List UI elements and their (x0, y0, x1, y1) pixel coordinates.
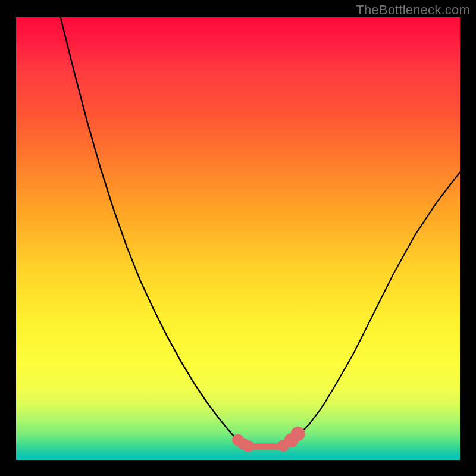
right-curve-path (283, 172, 460, 446)
watermark-text: TheBottleneck.com (356, 2, 470, 18)
curve-left (61, 17, 247, 447)
left-curve-path (61, 17, 247, 447)
chart-svg (16, 17, 460, 460)
right-threshold-dot-3 (291, 427, 305, 441)
chart-plot-area (16, 17, 460, 460)
left-threshold-dot-3 (242, 440, 254, 452)
curve-right (283, 172, 460, 446)
chart-frame: TheBottleneck.com (0, 0, 476, 476)
